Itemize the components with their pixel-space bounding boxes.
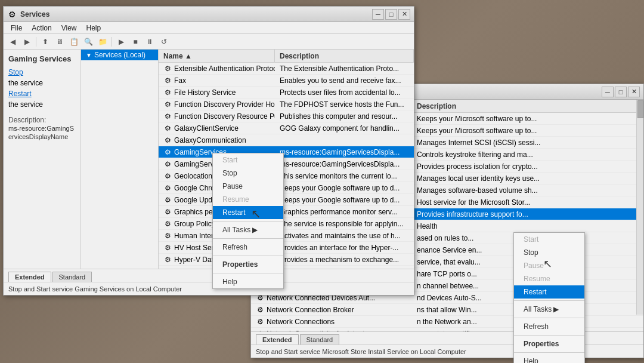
toolbar-stop[interactable]: ■ [129, 36, 142, 48]
toolbar-btn-5[interactable]: 📁 [96, 36, 109, 48]
menu-action[interactable]: Action [27, 23, 56, 33]
stop-link[interactable]: Stop [8, 68, 76, 76]
nav-item-services-local[interactable]: ▼ Services (Local) [81, 50, 158, 60]
left-panel-fg: Gaming Services Stop the service Restart… [4, 50, 81, 295]
service-icon: ⚙ [163, 100, 172, 109]
list-item[interactable]: ⚙Group Policy Client The service is resp… [159, 218, 414, 230]
tab-extended-fg[interactable]: Extended [8, 272, 51, 282]
toolbar-restart[interactable]: ↺ [157, 36, 171, 48]
ctx-help-fg[interactable]: Help [213, 275, 283, 288]
scrollbar-thumb-bg[interactable] [637, 100, 643, 118]
ctx-sep-3-bg [514, 335, 584, 336]
list-item[interactable]: ⚙HV Host Service Provides an interface f… [159, 242, 414, 254]
ctx-refresh-bg[interactable]: Refresh [514, 320, 584, 333]
tab-standard-fg[interactable]: Standard [52, 272, 92, 282]
service-icon: ⚙ [163, 76, 172, 85]
service-icon: ⚙ [163, 160, 172, 168]
ctx-stop-fg[interactable]: Stop [213, 167, 283, 180]
minimize-button-bg[interactable]: ─ [602, 87, 614, 97]
service-icon: ⚙ [256, 306, 264, 314]
nav-panel-fg: ▼ Services (Local) [81, 50, 159, 295]
service-icon: ⚙ [163, 136, 172, 144]
toolbar-pause[interactable]: ⏸ [143, 36, 156, 48]
service-icon: ⚙ [163, 232, 172, 240]
ctx-stop-bg[interactable]: Stop [514, 246, 584, 259]
toolbar-btn-2[interactable]: 🖥 [53, 36, 66, 48]
tabs-bar-fg: Extended Standard [4, 269, 414, 282]
services-window-fg: ⚙ Services ─ □ ✕ File Action View Help ◀… [3, 6, 414, 296]
close-button-fg[interactable]: ✕ [398, 9, 410, 20]
ctx-restart-bg[interactable]: Restart [514, 285, 584, 299]
list-item[interactable]: ⚙Google Chrome Elevation Service Keeps y… [159, 182, 414, 194]
list-item[interactable]: ⚙GalaxyCommunication [159, 134, 414, 146]
service-icon: ⚙ [163, 244, 172, 252]
restart-link[interactable]: Restart [8, 90, 76, 98]
ctx-start-fg[interactable]: Start [213, 153, 283, 167]
tabs-area-fg: Extended Standard [4, 269, 414, 282]
list-item[interactable]: ⚙Function Discovery Resource Publication… [159, 110, 414, 122]
list-item-gaming-services[interactable]: ⚙GamingServices ms-resource:GamingServic… [159, 146, 414, 158]
list-item[interactable]: ⚙Google Update Service (gupdate) Keeps y… [159, 194, 414, 206]
ctx-pause-bg[interactable]: Pause [514, 259, 584, 272]
menu-file[interactable]: File [6, 23, 27, 33]
stop-link-wrapper: Stop the service [8, 68, 76, 87]
ctx-help-bg[interactable]: Help [514, 355, 584, 363]
list-item[interactable]: ⚙Hyper-V Data Exchange Service Provides … [159, 254, 414, 266]
ctx-start-bg[interactable]: Start [514, 233, 584, 246]
menu-view[interactable]: View [57, 23, 82, 33]
close-button-bg[interactable]: ✕ [628, 87, 640, 97]
ctx-all-tasks-bg[interactable]: All Tasks ▶ [514, 303, 584, 316]
list-item[interactable]: ⚙GamingServicesNet ms-resource:GamingSer… [159, 158, 414, 170]
service-icon: ⚙ [163, 88, 172, 97]
service-icon: ⚙ [256, 330, 264, 332]
toolbar-up[interactable]: ⬆ [39, 36, 52, 48]
window-fg-title: Services [20, 10, 372, 19]
list-item[interactable]: ⚙Graphics performance monitor serv... Gr… [159, 206, 414, 218]
service-icon: ⚙ [163, 256, 172, 264]
toolbar-fg: ◀ ▶ ⬆ 🖥 📋 🔍 📁 ▶ ■ ⏸ ↺ [4, 34, 414, 50]
ctx-sep-3-fg [213, 256, 283, 256]
ctx-resume-fg[interactable]: Resume [213, 193, 283, 206]
context-menu-fg[interactable]: Start Stop Pause Resume Restart All Task… [212, 153, 284, 289]
toolbar-back[interactable]: ◀ [6, 36, 19, 48]
window-bg-controls: ─ □ ✕ [602, 87, 640, 97]
services-list-fg: Name ▲ Description ⚙Extensible Authentic… [159, 50, 414, 295]
maximize-button-fg[interactable]: □ [385, 9, 397, 20]
scrollbar-bg[interactable] [636, 100, 643, 315]
ctx-properties-bg[interactable]: Properties [514, 337, 584, 350]
list-item[interactable]: ⚙Function Discovery Provider Host The FD… [159, 99, 414, 110]
service-icon: ⚙ [163, 184, 172, 192]
service-icon: ⚙ [163, 148, 172, 156]
list-item[interactable]: ⚙GalaxyClientService GOG Galaxy componen… [159, 122, 414, 134]
tab-standard-bg[interactable]: Standard [300, 334, 340, 344]
toolbar-btn-3[interactable]: 📋 [67, 36, 80, 48]
toolbar-forward[interactable]: ▶ [20, 36, 33, 48]
col-desc-fg[interactable]: Description [275, 50, 414, 62]
panel-title-fg: Gaming Services [8, 54, 76, 63]
list-item[interactable]: ⚙Extensible Authentication Protocol The … [159, 63, 414, 75]
toolbar-play[interactable]: ▶ [114, 36, 128, 48]
context-menu-bg[interactable]: Start Stop Pause Resume Restart All Task… [513, 232, 585, 363]
ctx-all-tasks-fg[interactable]: All Tasks ▶ [213, 223, 283, 236]
col-desc-bg[interactable]: Description [412, 100, 643, 112]
ctx-properties-fg[interactable]: Properties [213, 258, 283, 271]
col-name-fg[interactable]: Name ▲ [159, 50, 275, 62]
ctx-pause-fg[interactable]: Pause [213, 180, 283, 193]
toolbar-btn-4[interactable]: 🔍 [82, 36, 95, 48]
list-item[interactable]: ⚙Fax Enables you to send and receive fax… [159, 75, 414, 87]
menu-help[interactable]: Help [82, 23, 106, 33]
title-bar-fg[interactable]: ⚙ Services ─ □ ✕ [4, 7, 414, 22]
list-item[interactable]: ⚙File History Service Protects user file… [159, 87, 414, 99]
ctx-restart-fg[interactable]: Restart [213, 206, 283, 219]
list-item[interactable]: ⚙Geolocation Service This service monito… [159, 170, 414, 182]
list-body-fg: ⚙Extensible Authentication Protocol The … [159, 63, 414, 295]
service-icon: ⚙ [256, 318, 264, 326]
service-icon: ⚙ [163, 196, 172, 204]
minimize-button-fg[interactable]: ─ [372, 9, 384, 20]
tab-extended-bg[interactable]: Extended [256, 334, 299, 344]
desc-label: Description: [8, 116, 76, 124]
ctx-resume-bg[interactable]: Resume [514, 272, 584, 285]
list-item[interactable]: ⚙Human Interface Device Service Activate… [159, 230, 414, 242]
ctx-refresh-fg[interactable]: Refresh [213, 241, 283, 254]
maximize-button-bg[interactable]: □ [615, 87, 627, 97]
